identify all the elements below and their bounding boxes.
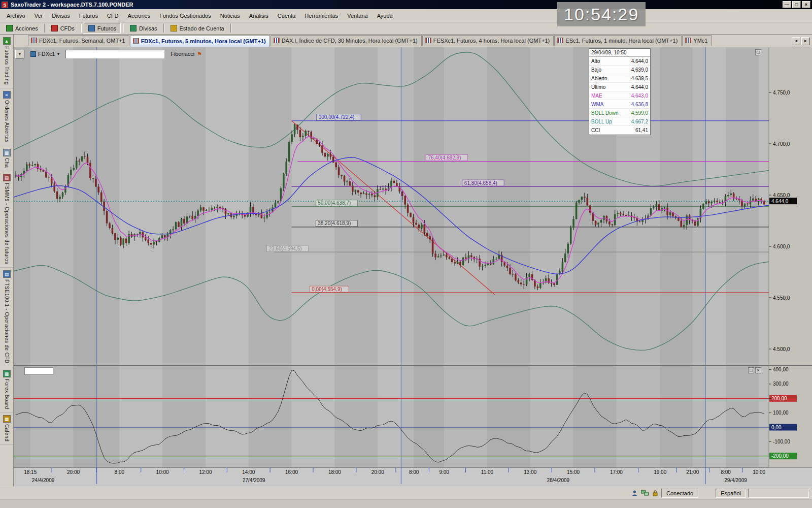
svg-text:28/4/2009: 28/4/2009 [547,478,570,483]
menu-ventana[interactable]: Ventana [343,10,372,21]
tooltip-row-wma: WMA4.636,8 [589,100,650,109]
tooltip-row-boll-down: BOLL Down4.599,0 [589,109,650,117]
chart-tab-fdxc1-futuros-5-minuto[interactable]: FDXc1, Futuros, 5 minutos, Hora local (G… [130,35,270,47]
chart-tab-fdxc1-futuros-semanal[interactable]: FDXc1, Futuros, Semanal, GMT+1 [28,35,129,46]
close-button[interactable]: × [802,1,810,8]
toolbar-divisas[interactable]: Divisas [126,23,161,34]
tab-scroll-right-button[interactable]: ► [801,37,810,45]
symbol-selector[interactable]: FDXc1 ▾ [28,50,61,57]
svg-text:21:00: 21:00 [686,469,699,475]
tooltip-value: 4.639,5 [631,76,648,81]
price-panel-maximize-button[interactable]: □ [755,49,761,55]
chart-tab-fesxc1-futuros-4-horas[interactable]: FESXc1, Futuros, 4 horas, Hora local (GM… [422,35,554,46]
menu-ver[interactable]: Ver [30,10,48,21]
svg-text:29/4/2009: 29/4/2009 [724,478,747,483]
tooltip-value: 61,41 [635,128,648,133]
svg-text:23,60(4.594,5): 23,60(4.594,5) [268,246,301,251]
account-statement-icon [171,25,177,31]
menu-futuros[interactable]: Futuros [75,10,103,21]
toolbar-label-cfds: CFDs [60,25,75,31]
toolbar-futuros[interactable]: Futuros [84,23,121,34]
menu-archivo[interactable]: Archivo [2,10,30,21]
sidebar-item-forex-board[interactable]: ▦Forex Board [0,367,13,412]
sidebar-item-label: Futuros Trading [4,46,10,85]
chart-canvas[interactable]: 100,00(4.722,4)76,40(4.682,9)61,80(4.658… [14,47,812,487]
svg-text:16:00: 16:00 [285,469,298,475]
chart-tab-label: FDXc1, Futuros, Semanal, GMT+1 [39,38,125,44]
tooltip-row-mae: MAE4.643,0 [589,91,650,100]
svg-text:400,00: 400,00 [773,367,789,372]
toolbar-cfds[interactable]: CFDs [47,23,79,34]
cci-panel-close-button[interactable]: × [755,367,761,373]
sidebar-item-ftse100-1-operaciones-de-cfd[interactable]: ▤FTSE100.1 - Operaciones de CFD [0,268,13,367]
statusbar-empty-cell [748,489,809,498]
chart-tab-label: DAX.I, Índice de CFD, 30 Minutos, Hora l… [282,38,418,44]
ohlc-data-tooltip: 29/04/09, 10:50 Alto4.644,0Bajo4.639,0Ab… [589,48,651,135]
language-selector[interactable]: Español [716,489,746,498]
user-icon[interactable] [630,489,639,497]
drawing-tool-selector[interactable]: Fibonacci ⚑ [168,50,204,58]
content-row: ▲Futuros Trading≡Órdenes Abiertas▦Cha▤FS… [0,35,812,487]
chart-menu-button[interactable]: ▼ [15,50,24,58]
menu-herramientas[interactable]: Herramientas [300,10,343,21]
sidebar-item-futuros-trading[interactable]: ▲Futuros Trading [0,35,13,88]
svg-text:19:00: 19:00 [654,469,666,475]
sidebar-item-label: Órdenes Abiertas [4,100,10,143]
menu-cuenta[interactable]: Cuenta [273,10,300,21]
svg-text:8:00: 8:00 [721,469,731,475]
chart-tab-ymc1[interactable]: YMc1 [682,35,712,46]
tooltip-label: BOLL Down [591,110,619,116]
toolbar-acciones[interactable]: Acciones [2,23,42,34]
svg-text:76,40(4.682,9): 76,40(4.682,9) [428,155,461,161]
sidebar-item-ordenes-abiertas[interactable]: ≡Órdenes Abiertas [0,88,13,146]
menu-analisis[interactable]: Análisis [245,10,273,21]
menu-acciones[interactable]: Acciones [123,10,155,21]
svg-text:4.600,0: 4.600,0 [773,244,790,249]
tooltip-label: Abierto [591,76,607,81]
svg-text:20:00: 20:00 [67,469,80,475]
svg-text:200,00: 200,00 [771,396,787,401]
menu-ayuda[interactable]: Ayuda [373,10,397,21]
toolbar-estado-de-cuenta[interactable]: Estado de Cuenta [166,23,228,34]
svg-text:20:00: 20:00 [371,469,384,475]
menu-noticias[interactable]: Noticias [216,10,245,21]
sidebar-item-cha[interactable]: ▦Cha [0,146,13,172]
svg-text:4.650,0: 4.650,0 [773,193,790,198]
svg-text:100,00: 100,00 [773,410,789,416]
tooltip-label: BOLL Up [591,119,612,124]
svg-text:-200,00: -200,00 [771,453,789,459]
menu-cfd[interactable]: CFD [103,10,123,21]
chart-icon [685,38,691,43]
svg-text:8:00: 8:00 [409,469,419,475]
forex-board-icon: ▦ [3,370,11,377]
tooltip-rows: Alto4.644,0Bajo4.639,0Abierto4.639,5Últi… [589,57,650,135]
left-dock-sidebar: ▲Futuros Trading≡Órdenes Abiertas▦Cha▤FS… [0,35,14,487]
app-icon: S [2,2,8,8]
toolbar-label-estado-de-cuenta: Estado de Cuenta [180,25,224,31]
menu-divisas[interactable]: Divisas [47,10,74,21]
window-title: SaxoTrader 2 - workspace.DTS.7.100.PONDE… [11,2,133,8]
symbol-search-input[interactable] [65,50,164,58]
lock-icon[interactable] [651,489,659,497]
chart-tab-esc1-futuros-1-minuto[interactable]: ESc1, Futuros, 1 minuto, Hora local (GMT… [554,35,682,46]
tooltip-row-cci: CCI61,41 [589,126,650,135]
tooltip-row-ultimo: Último4.644,0 [589,83,650,91]
tab-scroll-left-button[interactable]: ◄ [792,37,800,45]
cci-indicator-label-box [24,367,53,375]
restore-button[interactable]: □ [792,1,801,8]
cfd-trade-ticket-icon: ▤ [3,270,11,278]
chart-icon [425,38,431,43]
connection-icon[interactable] [640,489,649,497]
sidebar-item-fsmm9-operaciones-de-futuros[interactable]: ▤FSMM9 - Operaciones de futuros [0,171,13,268]
chart-panel[interactable]: 100,00(4.722,4)76,40(4.682,9)61,80(4.658… [14,47,812,487]
saxotrader-window: S SaxoTrader 2 - workspace.DTS.7.100.PON… [0,0,812,508]
instrument-icon [30,51,36,57]
svg-text:38,20(4.618,9): 38,20(4.618,9) [318,220,351,226]
futures-trading-icon: ▲ [3,37,11,45]
chart-tab-dax-i-indice-de-cfd-30[interactable]: DAX.I, Índice de CFD, 30 Minutos, Hora l… [270,35,422,46]
cci-panel-maximize-button[interactable]: □ [748,367,754,373]
menu-fondos-gestionados[interactable]: Fondos Gestionados [155,10,216,21]
minimize-button[interactable]: — [783,1,791,8]
sidebar-item-calend[interactable]: ▦Calend [0,412,13,445]
chart-icon [31,38,37,43]
